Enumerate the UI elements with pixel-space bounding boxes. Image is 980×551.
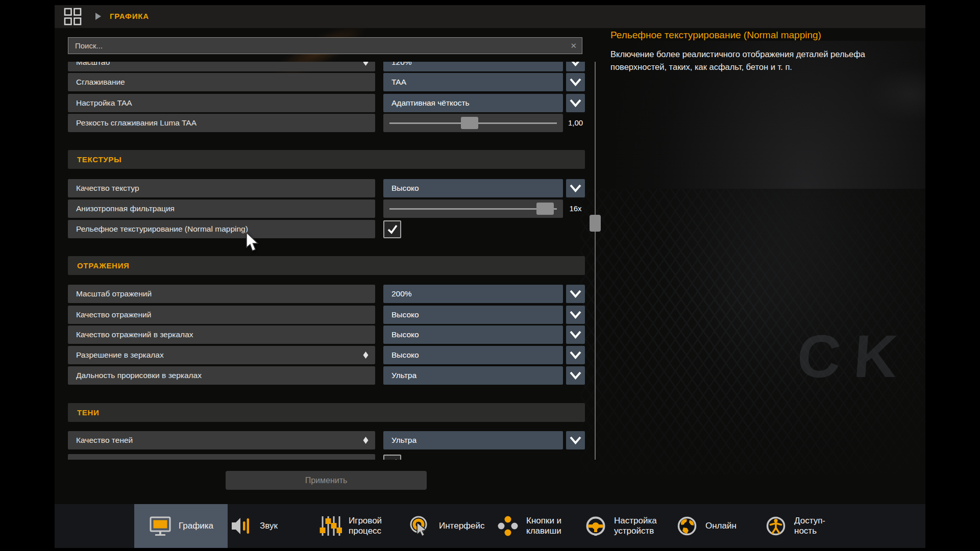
advanced-diamond-icon: [363, 352, 369, 359]
chevron-down-icon: [570, 351, 581, 359]
setting-row-mirror-distance: Дальность прорисовки в зеркалах Ультра: [68, 366, 585, 385]
setting-label-box[interactable]: Качество теней: [68, 431, 375, 449]
setting-label: Масштаб: [76, 62, 110, 67]
dropdown-chevron-button[interactable]: [566, 179, 585, 197]
dropdown-chevron-button[interactable]: [566, 431, 585, 449]
speaker-icon: [230, 514, 253, 538]
chevron-down-icon: [570, 311, 581, 319]
game-ui-stage: CK ГРАФИКА ✕ Масштаб 120%: [55, 0, 925, 551]
search-input[interactable]: [68, 38, 582, 54]
chevron-down-icon: [570, 184, 581, 192]
setting-label-box[interactable]: Сглаживание: [68, 73, 375, 91]
chevron-down-icon: [570, 62, 581, 66]
setting-label-box[interactable]: Рельефное текстурирование (Normal mappin…: [68, 220, 375, 238]
setting-row-reflection-quality: Качество отражений Высоко: [68, 306, 585, 324]
advanced-diamond-icon: [363, 62, 369, 66]
chevron-down-icon: [570, 436, 581, 444]
scrollbar-track[interactable]: [595, 62, 596, 460]
grid-icon: [63, 7, 82, 26]
info-body: Включение более реалистичного отображени…: [610, 48, 909, 73]
dropdown-value[interactable]: Высоко: [383, 306, 563, 324]
setting-label-box[interactable]: Качество отражений: [68, 306, 375, 324]
cursor-click-icon: [409, 514, 432, 538]
tab-label: Игровой процесс: [349, 516, 390, 536]
slider[interactable]: [383, 199, 563, 218]
tab-label: Доступ-ность: [794, 516, 835, 536]
chevron-down-icon: [570, 78, 581, 86]
tab-device-setup[interactable]: Настройка устройств: [584, 504, 664, 548]
setting-row-antialiasing: Сглаживание TAA: [68, 73, 585, 91]
tab-accessibility[interactable]: Доступ-ность: [764, 504, 835, 548]
tab-graphics[interactable]: Графика: [134, 504, 228, 548]
setting-row-scale: Масштаб 120%: [68, 62, 585, 71]
chevron-down-icon: [570, 371, 581, 380]
setting-label-box[interactable]: Т: [68, 454, 375, 460]
setting-label-box[interactable]: Разрешение в зеркалах: [68, 346, 375, 364]
setting-label-box[interactable]: Резкость сглаживания Luma TAA: [68, 114, 375, 132]
sliders-icon: [318, 514, 342, 538]
slider-handle[interactable]: [461, 117, 478, 129]
dropdown-value[interactable]: TAA: [383, 73, 563, 91]
dropdown-value[interactable]: Высоко: [383, 325, 563, 344]
dropdown-chevron-button[interactable]: [566, 346, 585, 364]
section-header-shadows: ТЕНИ: [68, 403, 585, 422]
breadcrumb-bar: ГРАФИКА: [55, 5, 925, 28]
tab-keys-buttons[interactable]: Кнопки и клавиши: [496, 504, 572, 548]
checkbox[interactable]: [383, 455, 401, 460]
dropdown-chevron-button[interactable]: [566, 366, 585, 385]
tab-label: Звук: [260, 521, 278, 531]
tab-interface[interactable]: Интерфейс: [409, 504, 485, 548]
gamepad-buttons-icon: [496, 514, 520, 538]
setting-label-box[interactable]: Масштаб: [68, 62, 375, 71]
dropdown-value[interactable]: Высоко: [383, 346, 563, 364]
slider[interactable]: [383, 114, 563, 132]
setting-row-shadow-quality: Качество теней Ультра: [68, 431, 585, 449]
checkbox-checked[interactable]: [383, 220, 401, 238]
setting-label-box[interactable]: Качество текстур: [68, 179, 375, 197]
breadcrumb: ГРАФИКА: [110, 12, 149, 20]
dropdown-value[interactable]: 200%: [383, 285, 563, 303]
setting-label-box[interactable]: Качество отражений в зеркалах: [68, 325, 375, 344]
scrollbar-thumb[interactable]: [590, 215, 601, 232]
tab-gameplay[interactable]: Игровой процесс: [318, 504, 390, 548]
settings-screen: CK ГРАФИКА ✕ Масштаб 120%: [0, 0, 980, 551]
section-header-reflections: ОТРАЖЕНИЯ: [68, 256, 585, 275]
dropdown-value[interactable]: Ультра: [383, 366, 563, 385]
dropdown-chevron-button[interactable]: [566, 325, 585, 344]
tab-label: Интерфейс: [439, 521, 485, 531]
dropdown-value[interactable]: Ультра: [383, 431, 563, 449]
tab-online[interactable]: Онлайн: [675, 504, 737, 548]
chevron-down-icon: [570, 99, 581, 107]
setting-label-box[interactable]: Дальность прорисовки в зеркалах: [68, 366, 375, 385]
apply-button[interactable]: Применить: [226, 471, 427, 490]
slider-value: 16x: [566, 199, 585, 218]
dropdown-value[interactable]: Высоко: [383, 179, 563, 197]
tab-sound[interactable]: Звук: [230, 504, 278, 548]
dropdown-value[interactable]: Адаптивная чёткость: [383, 94, 563, 112]
steering-wheel-icon: [584, 514, 607, 538]
slider-value: 1,00: [566, 114, 585, 132]
setting-row-reflection-scale: Масштаб отражений 200%: [68, 285, 585, 303]
dropdown-chevron-button[interactable]: [566, 62, 585, 71]
dropdown-value[interactable]: 120%: [383, 62, 563, 71]
tab-label: Графика: [179, 521, 213, 531]
tab-label: Настройка устройств: [614, 516, 664, 536]
setting-label-box[interactable]: Настройка TAA: [68, 94, 375, 112]
slider-track[interactable]: [389, 208, 557, 210]
setting-row-anisotropic: Анизотропная фильтрация 16x: [68, 199, 585, 218]
dropdown-chevron-button[interactable]: [566, 73, 585, 91]
setting-label-box[interactable]: Анизотропная фильтрация: [68, 199, 375, 218]
search-clear-icon[interactable]: ✕: [570, 41, 577, 51]
setting-row-mirror-resolution: Разрешение в зеркалах Высоко: [68, 346, 585, 364]
setting-row-texture-quality: Качество текстур Высоко: [68, 179, 585, 197]
info-panel: Рельефное текстурирование (Normal mappin…: [610, 30, 917, 73]
menu-grid-button[interactable]: [63, 7, 82, 26]
section-header-textures: ТЕКСТУРЫ: [68, 150, 585, 169]
dropdown-chevron-button[interactable]: [566, 94, 585, 112]
search-box: ✕: [68, 37, 582, 54]
setting-label-box[interactable]: Масштаб отражений: [68, 285, 375, 303]
dropdown-chevron-button[interactable]: [566, 285, 585, 303]
setting-row-taa-mode: Настройка TAA Адаптивная чёткость: [68, 94, 585, 112]
slider-handle[interactable]: [536, 203, 554, 215]
dropdown-chevron-button[interactable]: [566, 306, 585, 324]
